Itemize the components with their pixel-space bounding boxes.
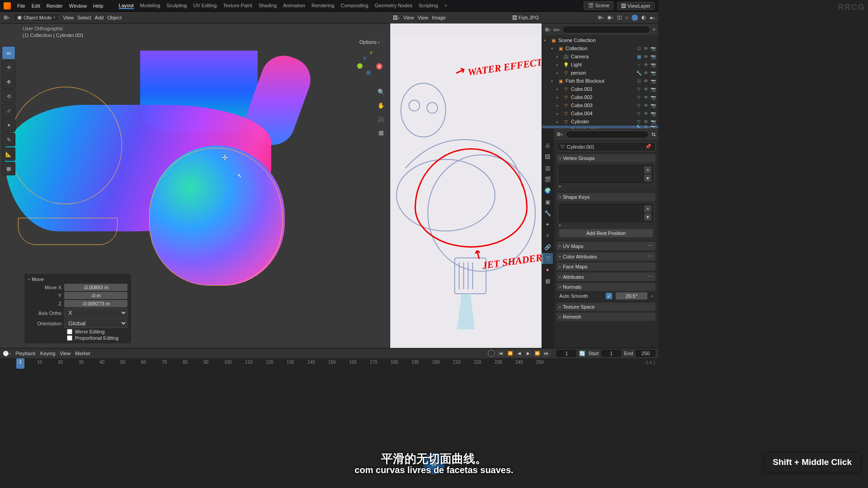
outliner-search[interactable]	[562, 26, 650, 33]
proportional-editing-checkbox[interactable]	[67, 335, 72, 341]
tab-particles[interactable]: ✦	[542, 219, 553, 230]
panel-attributes[interactable]: ▸Attributes⋯	[557, 272, 656, 281]
move-z-value[interactable]: -0.009273 m	[64, 300, 127, 307]
pin-toggle-icon[interactable]: 📌	[645, 144, 651, 150]
viewport-options[interactable]: Options ▾	[355, 38, 384, 46]
mode-selector[interactable]: ▣ Object Mode ▾	[13, 13, 59, 22]
panel-normals[interactable]: ▾Normals	[557, 283, 656, 291]
tab-layout[interactable]: Layout	[119, 3, 134, 9]
outliner-cube003[interactable]: ▸▽Cube.003▽👁📷	[542, 101, 658, 109]
measure-tool[interactable]: 📐	[2, 147, 15, 161]
properties-type-icon[interactable]: ⚙▾	[557, 131, 563, 137]
add-workspace-icon[interactable]: +	[444, 3, 447, 9]
tab-texturepaint[interactable]: Texture Paint	[223, 3, 252, 9]
object-data-name[interactable]: ▽ Cylinder.001 📌	[557, 142, 656, 151]
expand-icon[interactable]: ▾	[644, 174, 651, 182]
move-x-value[interactable]: -0.00893 m	[64, 284, 127, 291]
filter-icon[interactable]: ▿	[653, 27, 656, 33]
ie-menu-image[interactable]: Image	[432, 15, 446, 20]
shape-keys-list[interactable]: +▾	[559, 204, 653, 222]
tab-constraints[interactable]: 🔗	[542, 242, 553, 253]
menu-view[interactable]: View	[63, 15, 74, 20]
ie-menu-view[interactable]: View	[403, 15, 414, 20]
tab-shading[interactable]: Shading	[259, 3, 277, 9]
scale-tool[interactable]: ⤢	[2, 104, 15, 117]
add-icon-2[interactable]: +	[644, 205, 651, 212]
gizmo-toggle-icon[interactable]: ⊕▾	[598, 14, 604, 20]
end-frame[interactable]: 250	[636, 350, 656, 357]
outliner-fishbot[interactable]: ▾▣Fish Bot Blockout☑👁📷	[542, 77, 658, 85]
tl-menu-view[interactable]: View	[60, 351, 71, 356]
tl-menu-marker[interactable]: Marker	[75, 351, 90, 356]
outliner-cube001[interactable]: ▸▽Cube.001▽👁📷	[542, 85, 658, 93]
menu-file[interactable]: File	[17, 3, 25, 9]
scene-selector[interactable]: 🎬 Scene	[584, 1, 613, 10]
menu-add[interactable]: Add	[95, 15, 104, 20]
viewlayer-selector[interactable]: 🖼 ViewLayer	[617, 2, 655, 10]
add-tool[interactable]: ▦	[2, 162, 15, 175]
auto-smooth-checkbox[interactable]: ✓	[606, 293, 612, 299]
tab-uvediting[interactable]: UV Editing	[193, 3, 217, 9]
shading-matprev-icon[interactable]: ◐	[642, 14, 646, 20]
ie-menu-view2[interactable]: View	[418, 15, 429, 20]
timeline-ruler[interactable]: 1 3.4.1 11020304050607080901001101201301…	[0, 358, 658, 369]
shading-render-icon[interactable]: ●▾	[650, 15, 655, 20]
tab-modifiers[interactable]: 🔧	[542, 208, 553, 219]
select-box-tool[interactable]: ▭	[2, 46, 15, 60]
tab-object[interactable]: ▣	[542, 197, 553, 207]
image-editor[interactable]: 🖼▾ View View Image 🖼 Fish.JPG 💉 ✎	[390, 23, 542, 348]
menu-window[interactable]: Window	[69, 3, 87, 9]
move-y-value[interactable]: -0 m	[64, 292, 127, 299]
outliner-type-icon[interactable]: ≣▾	[545, 27, 551, 33]
dot-icon[interactable]: •	[651, 293, 653, 299]
add-icon[interactable]: +	[644, 166, 651, 174]
autokey-icon[interactable]	[488, 350, 495, 357]
outliner-collection[interactable]: ▾▣Collection☑👁📷	[542, 44, 658, 52]
panel-color-attrs[interactable]: ▸Color Attributes⋯	[557, 252, 656, 261]
outliner-camera[interactable]: ▸🎥Camera▦👁📷	[542, 52, 658, 61]
panel-uv-maps[interactable]: ▸UV Maps⋯	[557, 242, 656, 250]
tab-material[interactable]: ●	[542, 264, 553, 275]
xray-icon[interactable]: ◫	[617, 14, 622, 20]
tab-world[interactable]: 🌍	[542, 185, 553, 196]
pan-icon[interactable]: ✋	[376, 100, 386, 110]
orientation-select[interactable]: Global	[64, 319, 127, 328]
menu-edit[interactable]: Edit	[32, 3, 40, 9]
panel-remesh[interactable]: ▸Remesh	[557, 313, 656, 321]
3d-viewport[interactable]: ✛ ↖ User Orthographic (1) Collection | C…	[0, 23, 390, 348]
chevron-down-icon[interactable]: ▾	[28, 277, 30, 282]
expand-icon-2[interactable]: ▾	[644, 213, 651, 221]
tab-texture[interactable]: ▦	[542, 276, 553, 286]
shading-solid-icon[interactable]	[632, 14, 638, 21]
current-frame[interactable]: 1	[557, 350, 576, 357]
camera-view-icon[interactable]: 🎥	[376, 114, 386, 124]
outliner-light[interactable]: ▸💡Light○👁📷	[542, 61, 658, 69]
sync-icon[interactable]: 🔄	[579, 351, 585, 357]
start-frame[interactable]: 1	[601, 350, 621, 357]
tab-geonodes[interactable]: Geometry Nodes	[375, 3, 412, 9]
tab-sculpting[interactable]: Sculpting	[166, 3, 187, 9]
image-selector[interactable]: 🖼 Fish.JPG	[512, 15, 539, 20]
mirror-editing-checkbox[interactable]	[67, 329, 72, 334]
outliner-person[interactable]: ▸▽person🔧👁📷	[542, 69, 658, 77]
tab-render[interactable]: 🖨	[542, 140, 553, 151]
transform-tool[interactable]: ✦	[2, 118, 15, 132]
panel-vertex-groups[interactable]: ▾Vertex Groups	[557, 154, 656, 162]
menu-render[interactable]: Render	[47, 3, 63, 9]
overlay-toggle-icon[interactable]: ◉▾	[607, 14, 613, 20]
tab-modeling[interactable]: Modeling	[140, 3, 160, 9]
tl-menu-playback[interactable]: Playback	[15, 351, 36, 356]
outliner-scene-collection[interactable]: ▾▣Scene Collection	[542, 36, 658, 44]
keyframe-prev-icon[interactable]: ⏪	[506, 350, 514, 357]
persp-ortho-icon[interactable]: ▦	[376, 127, 386, 137]
zoom-icon[interactable]: 🔍	[376, 87, 386, 97]
tab-objectdata[interactable]: ▽	[542, 253, 553, 264]
menu-select[interactable]: Select	[77, 15, 91, 20]
play-reverse-icon[interactable]: ◀	[515, 350, 523, 357]
play-icon[interactable]: ▶	[524, 350, 532, 357]
outliner-cube004[interactable]: ▸▽Cube.004▽👁📷	[542, 109, 658, 117]
axis-ortho-select[interactable]: X	[64, 308, 127, 318]
tab-physics[interactable]: ⚛	[542, 230, 553, 241]
tl-menu-keying[interactable]: Keying	[40, 351, 56, 356]
shading-wire-icon[interactable]: ○	[625, 15, 628, 20]
